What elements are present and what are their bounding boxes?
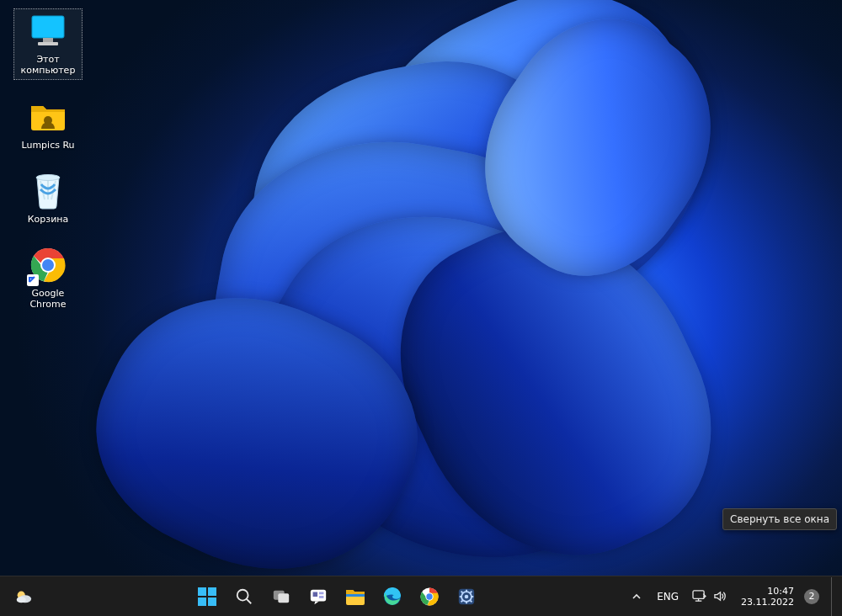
clock-date: 23.11.2022 xyxy=(741,597,794,608)
quick-settings-button[interactable] xyxy=(689,587,731,606)
svg-rect-21 xyxy=(278,593,289,603)
recycle-bin-icon xyxy=(29,172,67,210)
taskbar-center xyxy=(47,579,626,614)
svg-rect-25 xyxy=(319,596,324,598)
search-button[interactable] xyxy=(226,579,262,614)
desktop-icon-lumpics[interactable]: Lumpics Ru xyxy=(13,95,83,154)
widgets-button[interactable] xyxy=(6,579,41,614)
svg-line-41 xyxy=(471,591,472,592)
chevron-up-icon xyxy=(632,592,642,602)
svg-line-39 xyxy=(471,600,472,602)
file-explorer-icon xyxy=(345,587,365,606)
svg-rect-4 xyxy=(38,42,58,45)
chrome-taskbar-button[interactable] xyxy=(412,579,447,614)
svg-rect-1 xyxy=(34,18,62,36)
desktop-icon-chrome[interactable]: Google Chrome xyxy=(13,243,83,313)
chat-button[interactable] xyxy=(301,579,336,614)
svg-point-6 xyxy=(36,175,60,181)
tray-overflow-button[interactable] xyxy=(626,587,647,607)
desktop-icon-recycle-bin[interactable]: Корзина xyxy=(13,169,83,228)
chat-icon xyxy=(309,587,328,606)
svg-point-30 xyxy=(426,593,432,599)
desktop-icon-label: Этот компьютер xyxy=(16,54,80,76)
language-indicator[interactable]: ENG xyxy=(653,587,682,606)
notification-badge[interactable]: 2 xyxy=(804,589,819,604)
desktop[interactable]: Этот компьютер Lumpics Ru xyxy=(0,0,842,576)
desktop-icon-this-pc[interactable]: Этот компьютер xyxy=(13,8,83,80)
edge-button[interactable] xyxy=(375,579,410,614)
desktop-icon-label: Корзина xyxy=(28,214,68,225)
svg-line-38 xyxy=(461,591,463,592)
start-button[interactable] xyxy=(189,579,225,614)
task-view-button[interactable] xyxy=(264,579,299,614)
gear-icon xyxy=(457,587,476,606)
show-desktop-button[interactable] xyxy=(831,577,837,616)
svg-line-19 xyxy=(247,598,252,603)
task-view-icon xyxy=(272,587,290,606)
edge-icon xyxy=(383,587,402,606)
svg-point-9 xyxy=(42,259,54,271)
volume-icon xyxy=(713,590,727,603)
clock-time: 10:47 xyxy=(767,586,794,597)
folder-icon xyxy=(29,98,67,136)
svg-rect-16 xyxy=(198,597,206,606)
network-icon xyxy=(692,590,706,603)
chrome-icon xyxy=(29,246,67,284)
settings-button[interactable] xyxy=(449,579,484,614)
desktop-icon-label: Google Chrome xyxy=(29,288,66,310)
weather-icon xyxy=(14,587,33,606)
svg-rect-15 xyxy=(208,587,216,596)
svg-rect-14 xyxy=(198,587,206,596)
svg-rect-3 xyxy=(43,38,53,42)
show-desktop-tooltip: Свернуть все окна xyxy=(722,508,837,530)
svg-rect-42 xyxy=(693,591,704,598)
svg-point-33 xyxy=(465,594,469,598)
svg-point-13 xyxy=(17,597,26,603)
monitor-icon xyxy=(29,12,67,50)
desktop-icons: Этот компьютер Lumpics Ru xyxy=(13,8,83,313)
desktop-icon-label: Lumpics Ru xyxy=(21,140,74,151)
svg-line-40 xyxy=(461,600,463,602)
clock-button[interactable]: 10:47 23.11.2022 xyxy=(738,582,797,611)
svg-point-18 xyxy=(237,589,248,600)
svg-rect-17 xyxy=(208,597,216,606)
svg-rect-24 xyxy=(319,592,324,594)
windows-logo-icon xyxy=(198,587,216,606)
chrome-icon xyxy=(420,587,439,606)
taskbar: ENG 10:47 23.11.2022 2 xyxy=(0,576,842,616)
search-icon xyxy=(235,587,253,606)
file-explorer-button[interactable] xyxy=(338,579,373,614)
system-tray: ENG 10:47 23.11.2022 2 xyxy=(626,576,842,616)
svg-rect-23 xyxy=(313,592,318,597)
